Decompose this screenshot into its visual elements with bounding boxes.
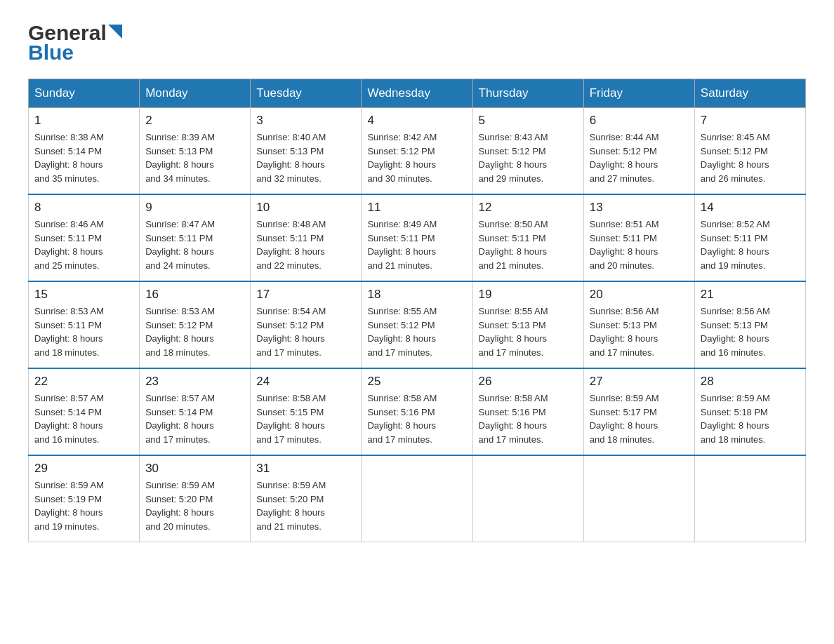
calendar-cell: 29 Sunrise: 8:59 AMSunset: 5:19 PMDaylig… [29,455,140,542]
calendar-cell: 17 Sunrise: 8:54 AMSunset: 5:12 PMDaylig… [251,281,362,368]
calendar-cell: 6 Sunrise: 8:44 AMSunset: 5:12 PMDayligh… [583,108,694,195]
day-info: Sunrise: 8:51 AMSunset: 5:11 PMDaylight:… [590,217,689,272]
calendar-cell: 20 Sunrise: 8:56 AMSunset: 5:13 PMDaylig… [583,281,694,368]
day-info: Sunrise: 8:59 AMSunset: 5:18 PMDaylight:… [701,391,800,446]
day-number: 18 [367,288,466,302]
day-info: Sunrise: 8:57 AMSunset: 5:14 PMDaylight:… [34,391,133,446]
calendar-week-row: 29 Sunrise: 8:59 AMSunset: 5:19 PMDaylig… [29,455,806,542]
day-number: 20 [590,288,689,302]
day-number: 11 [367,201,466,215]
day-info: Sunrise: 8:58 AMSunset: 5:16 PMDaylight:… [367,391,466,446]
calendar-cell: 19 Sunrise: 8:55 AMSunset: 5:13 PMDaylig… [472,281,583,368]
day-info: Sunrise: 8:39 AMSunset: 5:13 PMDaylight:… [145,130,244,185]
day-number: 19 [479,288,578,302]
day-info: Sunrise: 8:46 AMSunset: 5:11 PMDaylight:… [34,217,133,272]
day-info: Sunrise: 8:58 AMSunset: 5:16 PMDaylight:… [479,391,578,446]
day-number: 21 [701,288,800,302]
calendar-cell: 28 Sunrise: 8:59 AMSunset: 5:18 PMDaylig… [694,368,805,455]
day-number: 14 [701,201,800,215]
day-info: Sunrise: 8:42 AMSunset: 5:12 PMDaylight:… [367,130,466,185]
calendar-week-row: 15 Sunrise: 8:53 AMSunset: 5:11 PMDaylig… [29,281,806,368]
day-number: 9 [145,201,244,215]
day-number: 22 [34,375,133,389]
day-info: Sunrise: 8:53 AMSunset: 5:12 PMDaylight:… [145,304,244,359]
day-info: Sunrise: 8:59 AMSunset: 5:20 PMDaylight:… [256,478,355,533]
calendar-week-row: 8 Sunrise: 8:46 AMSunset: 5:11 PMDayligh… [29,194,806,281]
calendar-cell: 16 Sunrise: 8:53 AMSunset: 5:12 PMDaylig… [140,281,251,368]
logo-text-block: General Blue [28,21,122,65]
day-info: Sunrise: 8:58 AMSunset: 5:15 PMDaylight:… [256,391,355,446]
day-number: 15 [34,288,133,302]
day-number: 6 [590,114,689,128]
day-number: 13 [590,201,689,215]
day-number: 7 [701,114,800,128]
day-number: 23 [145,375,244,389]
calendar-cell: 7 Sunrise: 8:45 AMSunset: 5:12 PMDayligh… [694,108,805,195]
day-number: 25 [367,375,466,389]
calendar-cell: 2 Sunrise: 8:39 AMSunset: 5:13 PMDayligh… [140,108,251,195]
calendar-cell: 31 Sunrise: 8:59 AMSunset: 5:20 PMDaylig… [251,455,362,542]
day-info: Sunrise: 8:59 AMSunset: 5:17 PMDaylight:… [590,391,689,446]
day-number: 28 [701,375,800,389]
day-info: Sunrise: 8:54 AMSunset: 5:12 PMDaylight:… [256,304,355,359]
day-info: Sunrise: 8:49 AMSunset: 5:11 PMDaylight:… [367,217,466,272]
calendar-cell: 27 Sunrise: 8:59 AMSunset: 5:17 PMDaylig… [583,368,694,455]
calendar-cell: 24 Sunrise: 8:58 AMSunset: 5:15 PMDaylig… [251,368,362,455]
day-info: Sunrise: 8:55 AMSunset: 5:13 PMDaylight:… [479,304,578,359]
day-number: 3 [256,114,355,128]
weekday-header-wednesday: Wednesday [362,79,472,108]
day-info: Sunrise: 8:45 AMSunset: 5:12 PMDaylight:… [701,130,800,185]
day-number: 8 [34,201,133,215]
day-number: 31 [256,462,355,476]
weekday-header-monday: Monday [140,79,251,108]
weekday-header-row: SundayMondayTuesdayWednesdayThursdayFrid… [29,79,806,108]
weekday-header-sunday: Sunday [29,79,140,108]
calendar-cell: 4 Sunrise: 8:42 AMSunset: 5:12 PMDayligh… [362,108,472,195]
calendar-cell: 26 Sunrise: 8:58 AMSunset: 5:16 PMDaylig… [472,368,583,455]
calendar-cell: 1 Sunrise: 8:38 AMSunset: 5:14 PMDayligh… [29,108,140,195]
calendar-cell: 15 Sunrise: 8:53 AMSunset: 5:11 PMDaylig… [29,281,140,368]
calendar-cell: 8 Sunrise: 8:46 AMSunset: 5:11 PMDayligh… [29,194,140,281]
day-info: Sunrise: 8:44 AMSunset: 5:12 PMDaylight:… [590,130,689,185]
weekday-header-tuesday: Tuesday [251,79,362,108]
calendar-cell: 22 Sunrise: 8:57 AMSunset: 5:14 PMDaylig… [29,368,140,455]
day-info: Sunrise: 8:43 AMSunset: 5:12 PMDaylight:… [479,130,578,185]
day-number: 1 [34,114,133,128]
calendar-cell: 21 Sunrise: 8:56 AMSunset: 5:13 PMDaylig… [694,281,805,368]
logo: General Blue [28,21,122,65]
page-header: General Blue [28,21,806,65]
day-info: Sunrise: 8:40 AMSunset: 5:13 PMDaylight:… [256,130,355,185]
calendar-cell: 25 Sunrise: 8:58 AMSunset: 5:16 PMDaylig… [362,368,472,455]
calendar-cell: 5 Sunrise: 8:43 AMSunset: 5:12 PMDayligh… [472,108,583,195]
day-number: 2 [145,114,244,128]
calendar-body: 1 Sunrise: 8:38 AMSunset: 5:14 PMDayligh… [29,108,806,542]
calendar-cell: 3 Sunrise: 8:40 AMSunset: 5:13 PMDayligh… [251,108,362,195]
calendar-cell: 30 Sunrise: 8:59 AMSunset: 5:20 PMDaylig… [140,455,251,542]
logo-blue: Blue [28,41,74,65]
day-info: Sunrise: 8:38 AMSunset: 5:14 PMDaylight:… [34,130,133,185]
day-info: Sunrise: 8:59 AMSunset: 5:20 PMDaylight:… [145,478,244,533]
calendar-table: SundayMondayTuesdayWednesdayThursdayFrid… [28,79,806,542]
calendar-cell: 11 Sunrise: 8:49 AMSunset: 5:11 PMDaylig… [362,194,472,281]
calendar-week-row: 22 Sunrise: 8:57 AMSunset: 5:14 PMDaylig… [29,368,806,455]
calendar-header: SundayMondayTuesdayWednesdayThursdayFrid… [29,79,806,108]
day-number: 16 [145,288,244,302]
calendar-week-row: 1 Sunrise: 8:38 AMSunset: 5:14 PMDayligh… [29,108,806,195]
day-number: 30 [145,462,244,476]
calendar-cell [694,455,805,542]
calendar-cell: 23 Sunrise: 8:57 AMSunset: 5:14 PMDaylig… [140,368,251,455]
day-info: Sunrise: 8:59 AMSunset: 5:19 PMDaylight:… [34,478,133,533]
calendar-cell: 9 Sunrise: 8:47 AMSunset: 5:11 PMDayligh… [140,194,251,281]
calendar-cell: 12 Sunrise: 8:50 AMSunset: 5:11 PMDaylig… [472,194,583,281]
day-number: 17 [256,288,355,302]
day-number: 26 [479,375,578,389]
calendar-cell: 10 Sunrise: 8:48 AMSunset: 5:11 PMDaylig… [251,194,362,281]
day-info: Sunrise: 8:50 AMSunset: 5:11 PMDaylight:… [479,217,578,272]
weekday-header-friday: Friday [583,79,694,108]
day-number: 5 [479,114,578,128]
logo-triangle-icon [108,25,122,39]
day-info: Sunrise: 8:48 AMSunset: 5:11 PMDaylight:… [256,217,355,272]
calendar-cell: 14 Sunrise: 8:52 AMSunset: 5:11 PMDaylig… [694,194,805,281]
calendar-cell [583,455,694,542]
calendar-cell: 13 Sunrise: 8:51 AMSunset: 5:11 PMDaylig… [583,194,694,281]
